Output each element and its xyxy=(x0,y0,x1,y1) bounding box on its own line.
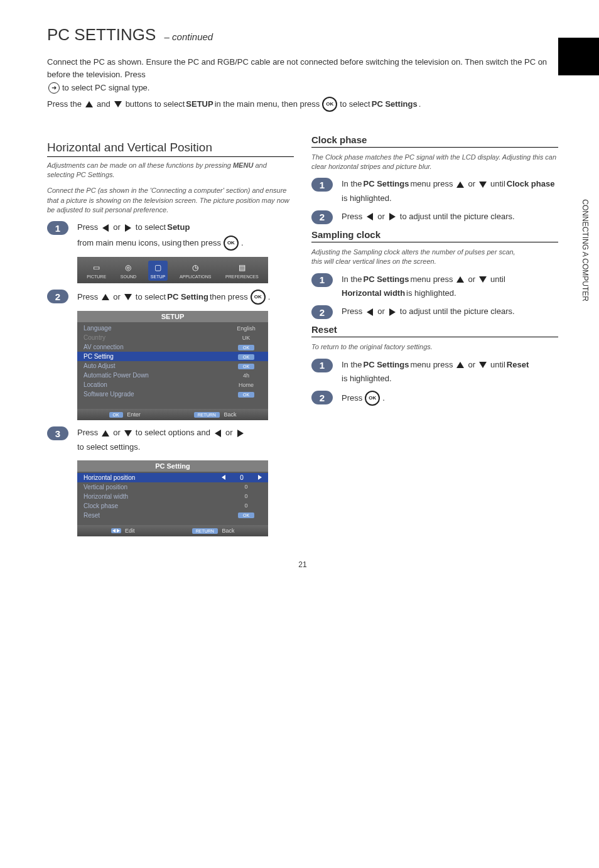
sc2-or: or xyxy=(377,305,385,318)
ls1-e: . xyxy=(241,237,244,250)
intro-text: Connect the PC as shown. Ensure the PC a… xyxy=(47,56,558,112)
left-column: Horizontal and Vertical Position Adjustm… xyxy=(47,129,294,543)
clock-phase-title: Clock phase xyxy=(311,134,367,145)
sc-step-1: 1 In the PC Settings menu press or until… xyxy=(311,273,558,301)
osd-row-label: Horizontal width xyxy=(84,493,128,500)
intro-line-1a: Connect the PC as shown. Ensure the PC a… xyxy=(47,56,558,80)
left-arrow-icon xyxy=(222,475,225,480)
ok-chip-icon: OK xyxy=(238,513,254,518)
left-arrow-icon xyxy=(365,307,375,317)
osd-footer-back: RETURN Back xyxy=(192,528,235,534)
intro-line-2c: buttons to select xyxy=(126,98,185,111)
osd-footer-edit: Edit xyxy=(111,528,135,534)
ls3-or: or xyxy=(113,426,121,440)
down-arrow-icon xyxy=(123,428,133,438)
step-badge-2: 2 xyxy=(311,305,333,319)
osd-row: LocationHome xyxy=(77,380,268,389)
step-badge-3: 3 xyxy=(47,426,68,440)
osd-row: ResetOK xyxy=(77,511,268,520)
osd-row: Software UpgradeOK xyxy=(77,389,268,399)
cp1-c: menu press xyxy=(411,178,453,191)
osd-row-value: 0 xyxy=(230,484,262,490)
rs1-d: until xyxy=(490,359,505,372)
osd-row-value: UK xyxy=(230,335,262,341)
down-arrow-icon xyxy=(478,180,488,190)
left-arrow-icon xyxy=(213,428,223,438)
ok-chip-icon: OK xyxy=(238,364,254,369)
osd-tab-icon: ◎ xyxy=(122,263,134,273)
step-badge-1: 1 xyxy=(311,178,333,192)
sc1-a: In the xyxy=(342,273,362,286)
sampling-clock-title: Sampling clock xyxy=(311,229,380,240)
intro-pcsettings-bold: PC Settings xyxy=(372,98,418,111)
osd-row: Automatic Power Down4h xyxy=(77,371,268,380)
ls1-d: then press xyxy=(183,237,221,250)
return-chip-icon: RETURN xyxy=(192,528,218,534)
osd-tab-label: PREFERENCES xyxy=(225,274,259,279)
page-title-text: PC SETTINGS xyxy=(47,25,156,44)
sc1-or: or xyxy=(468,273,475,286)
osd-row: Horizontal position0 xyxy=(77,473,268,482)
rs-step-1: 1 In the PC Settings menu press or until… xyxy=(311,359,558,386)
cp1-a: In the xyxy=(342,178,362,191)
intro-setup-bold: SETUP xyxy=(186,98,213,111)
section-hv-position: Horizontal and Vertical Position xyxy=(47,141,294,157)
osd-row-label: Location xyxy=(84,381,107,388)
osd-row-value: OK xyxy=(230,512,262,518)
ls2-or: or xyxy=(113,291,121,304)
osd-main-tabs: ▭PICTURE◎SOUND▢SETUP◷APPLICATIONS▤PREFER… xyxy=(77,257,268,283)
osd-row-value: 0 xyxy=(230,502,262,509)
section-hv-title: Horizontal and Vertical Position xyxy=(47,141,212,155)
left-step-1: 1 Press or to select Setup from main men… xyxy=(47,221,294,251)
osd-row-label: Country xyxy=(84,334,105,341)
osd-footer-back-text: Back xyxy=(222,528,234,534)
osd-tab-label: PICTURE xyxy=(87,274,106,279)
intro-line-2e: in the main menu, then press xyxy=(215,98,320,111)
hv-note-1-menu: MENU xyxy=(233,161,253,169)
osd-row: LanguageEnglish xyxy=(77,323,268,333)
ls3-c: to select settings. xyxy=(77,441,140,454)
rs2-a: Press xyxy=(342,392,362,405)
cp1-f: is highlighted. xyxy=(342,192,392,205)
osd-row-value: 0 xyxy=(230,493,262,499)
osd-pc-title: PC Setting xyxy=(77,460,268,472)
rs2-b: . xyxy=(382,392,385,405)
ls2-b: to select xyxy=(136,291,166,304)
sc1-f: is highlighted. xyxy=(406,287,456,300)
osd-row-value: OK xyxy=(230,363,262,369)
rs1-or: or xyxy=(468,359,475,372)
right-arrow-icon xyxy=(387,212,397,222)
sc1-b: PC Settings xyxy=(364,273,409,286)
up-arrow-icon xyxy=(455,360,465,370)
section-reset: Reset xyxy=(311,324,558,337)
osd-row-label: Vertical position xyxy=(84,484,127,491)
cp1-d: until xyxy=(490,178,505,191)
osd-row-label: Clock phase xyxy=(84,502,118,509)
return-chip-icon: RETURN xyxy=(194,412,220,418)
ok-chip-icon: OK xyxy=(109,412,123,418)
left-arrow-icon xyxy=(365,212,375,222)
osd-tab-preferences: ▤PREFERENCES xyxy=(223,261,261,281)
ls1-c: from main menu icons, using xyxy=(77,237,181,250)
osd-footer-back: RETURN Back xyxy=(194,411,237,418)
step-badge-1: 1 xyxy=(47,221,68,235)
osd-row: AV connectionOK xyxy=(77,342,268,352)
up-arrow-icon xyxy=(100,428,111,438)
osd-row-label: Horizontal position xyxy=(84,474,135,481)
cp2-a: Press xyxy=(342,210,362,224)
right-arrow-icon xyxy=(387,307,397,317)
intro-line-2b: and xyxy=(97,98,111,111)
cp1-e: Clock phase xyxy=(507,178,555,191)
cp2-b: to adjust until the picture clears. xyxy=(400,210,515,224)
cp-step-1: 1 In the PC Settings menu press or until… xyxy=(311,178,558,205)
osd-footer-enter-text: Enter xyxy=(127,411,141,418)
rs1-f: is highlighted. xyxy=(342,372,392,386)
ls2-c: then press xyxy=(210,291,248,304)
osd-row-label: Software Upgrade xyxy=(84,391,134,398)
osd-row: Auto AdjustOK xyxy=(77,361,268,371)
osd-pc-setting-menu: PC Setting Horizontal position0Vertical … xyxy=(77,460,268,536)
sc2-a: Press xyxy=(342,305,362,318)
step-badge-2: 2 xyxy=(311,210,333,224)
up-arrow-icon xyxy=(455,180,465,190)
reset-note: To return to the original factory settin… xyxy=(311,342,558,352)
